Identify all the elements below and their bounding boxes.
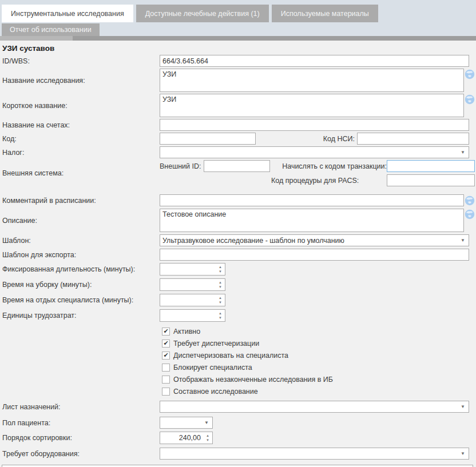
sort-order-input[interactable] — [160, 434, 203, 442]
pacs-code-label: Код процедуры для PACS: — [271, 177, 359, 185]
checkbox-box[interactable]: ✔ — [162, 328, 170, 336]
schedule-comment-input[interactable] — [160, 194, 464, 206]
rest-time-stepper[interactable]: ▲▼ — [160, 294, 225, 306]
transaction-code-input[interactable] — [387, 160, 475, 172]
field-row-cleanup-time: Время на уборку (минуты): ▲▼ — [0, 278, 476, 291]
field-row-external-system: Внешняя система: Внешний ID: Начислять с… — [0, 160, 476, 186]
tax-label: Налог: — [0, 149, 160, 157]
fixed-duration-input[interactable] — [160, 265, 216, 273]
labor-units-label: Единицы трудозатрат: — [0, 312, 160, 320]
spinner-down-icon[interactable]: ▼ — [219, 300, 222, 305]
globe-icon[interactable] — [465, 195, 475, 206]
globe-icon[interactable] — [465, 94, 475, 105]
checkbox-label: Требует диспетчеризации — [173, 340, 259, 348]
cleanup-time-input[interactable] — [160, 281, 216, 289]
rest-time-input[interactable] — [160, 296, 216, 304]
external-id-input[interactable] — [204, 160, 270, 172]
checkbox-box[interactable]: ✔ — [162, 352, 170, 360]
spinner-up-icon[interactable]: ▲ — [219, 280, 222, 285]
field-row-code: Код: Код НСИ: — [0, 133, 476, 145]
requires-equipment-select[interactable]: ▼ — [160, 448, 469, 460]
tab-available-treatments[interactable]: Доступные лечебные действия (1) — [136, 5, 269, 22]
checkbox-blocks-specialist[interactable]: ✔ Блокирует специалиста — [162, 361, 476, 373]
short-name-label: Короткое название: — [0, 102, 160, 110]
template-select[interactable]: Ультразвуковое исследование - шаблон по … — [160, 234, 469, 246]
checkbox-composite-study[interactable]: ✔ Составное исследование — [162, 385, 476, 397]
patient-gender-label: Пол пациента: — [0, 419, 160, 427]
checkbox-show-unfinished-studies[interactable]: ✔ Отображать незаконченные исследования … — [162, 373, 476, 385]
invoice-name-label: Название на счетах: — [0, 121, 160, 129]
spinner-down-icon[interactable]: ▼ — [219, 316, 222, 320]
field-row-rest-time: Время на отдых специалиста (минуты): ▲▼ — [0, 294, 476, 306]
study-form: УЗИ суставов ID/WBS: Название исследован… — [0, 41, 476, 467]
bottom-panel — [2, 465, 473, 467]
template-select-value: Ультразвуковое исследование - шаблон по … — [162, 237, 461, 245]
field-row-short-name: Короткое название: УЗИ — [0, 94, 476, 117]
short-name-input[interactable]: УЗИ — [160, 94, 464, 117]
spinner-up-icon[interactable]: ▲ — [219, 296, 222, 300]
checkbox-requires-dispatch[interactable]: ✔ Требует диспетчеризации — [162, 337, 476, 349]
checkbox-dispatch-to-specialist[interactable]: ✔ Диспетчеризовать на специалиста — [162, 349, 476, 361]
checkbox-active[interactable]: ✔ Активно — [162, 325, 476, 337]
appointment-sheet-select[interactable]: ▼ — [160, 401, 469, 413]
spinner-up-icon[interactable]: ▲ — [219, 265, 222, 269]
spinner-up-icon[interactable]: ▲ — [206, 433, 209, 438]
field-row-schedule-comment: Комментарий в расписании: — [0, 194, 476, 206]
chevron-down-icon: ▼ — [204, 420, 210, 425]
tab-instrumental-studies[interactable]: Инструментальные исследования — [2, 5, 133, 22]
labor-units-input[interactable] — [160, 312, 216, 320]
cleanup-time-stepper[interactable]: ▲▼ — [160, 278, 225, 291]
rest-time-label: Время на отдых специалиста (минуты): — [0, 296, 160, 304]
export-template-label: Шаблон для экспорта: — [0, 251, 160, 259]
tab-divider-bar — [0, 36, 476, 41]
globe-icon[interactable] — [465, 69, 475, 79]
invoice-name-input[interactable] — [160, 119, 469, 131]
external-system-label: Внешняя система: — [0, 169, 160, 177]
checkbox-box[interactable]: ✔ — [162, 340, 170, 348]
code-input[interactable] — [160, 133, 256, 145]
checkbox-label: Составное исследование — [173, 388, 258, 396]
export-template-input[interactable] — [160, 249, 469, 261]
checkbox-box[interactable]: ✔ — [162, 364, 170, 372]
check-icon: ✔ — [163, 340, 168, 346]
tab-used-materials[interactable]: Используемые материалы — [272, 5, 378, 22]
description-label: Описание: — [0, 217, 160, 225]
field-row-export-template: Шаблон для экспорта: — [0, 249, 476, 261]
field-row-appointment-sheet: Лист назначений: ▼ — [0, 401, 476, 413]
study-name-label: Название исследования: — [0, 77, 160, 85]
spinner-down-icon[interactable]: ▼ — [219, 269, 222, 274]
transaction-code-label: Начислять с кодом транзакции: — [282, 162, 387, 170]
tab-usage-report[interactable]: Отчет об использовании — [2, 23, 100, 36]
tax-select[interactable]: ▼ — [160, 146, 469, 158]
sort-order-label: Порядок сортировки: — [0, 434, 160, 442]
checkbox-group: ✔ Активно ✔ Требует диспетчеризации ✔ Ди… — [162, 325, 476, 397]
spinner-down-icon[interactable]: ▼ — [206, 438, 209, 442]
field-row-tax: Налог: ▼ — [0, 146, 476, 158]
requires-equipment-label: Требует оборудования: — [0, 450, 160, 458]
cleanup-time-label: Время на уборку (минуты): — [0, 281, 160, 289]
tab-bar-secondary: Отчет об использовании — [0, 22, 476, 36]
field-row-patient-gender: Пол пациента: ▼ — [0, 417, 476, 429]
spinner-up-icon[interactable]: ▲ — [219, 311, 222, 316]
checkbox-box[interactable]: ✔ — [162, 376, 170, 384]
fixed-duration-stepper[interactable]: ▲▼ — [160, 263, 225, 276]
id-wbs-input[interactable] — [160, 55, 469, 67]
appointment-sheet-label: Лист назначений: — [0, 403, 160, 411]
template-label: Шаблон: — [0, 237, 160, 245]
nsi-code-input[interactable] — [357, 133, 469, 145]
page-title: УЗИ суставов — [0, 43, 476, 55]
spinner-down-icon[interactable]: ▼ — [219, 285, 222, 289]
study-name-input[interactable]: УЗИ — [160, 69, 464, 92]
patient-gender-select[interactable]: ▼ — [160, 417, 213, 429]
field-row-id-wbs: ID/WBS: — [0, 55, 476, 67]
field-row-description: Описание: Тестовое описание — [0, 209, 476, 232]
labor-units-stepper[interactable]: ▲▼ — [160, 309, 225, 322]
pacs-code-input[interactable] — [387, 174, 475, 186]
field-row-requires-equipment: Требует оборудования: ▼ — [0, 448, 476, 460]
sort-order-stepper[interactable]: ▲▼ — [160, 432, 213, 444]
description-input[interactable]: Тестовое описание — [160, 209, 464, 232]
globe-icon[interactable] — [465, 209, 475, 219]
checkbox-box[interactable]: ✔ — [162, 388, 170, 396]
checkbox-label: Блокирует специалиста — [173, 364, 252, 372]
field-row-template: Шаблон: Ультразвуковое исследование - ша… — [0, 234, 476, 246]
